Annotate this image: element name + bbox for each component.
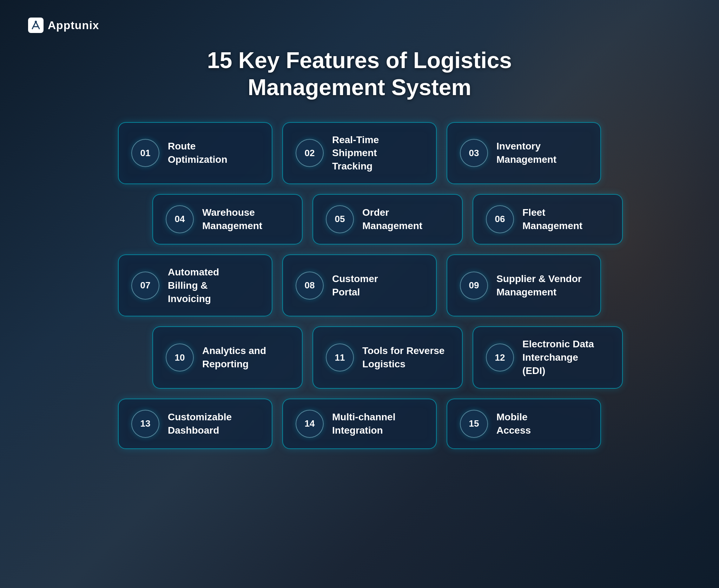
feature-number-11: 11	[326, 343, 354, 372]
feature-number-13: 13	[131, 410, 159, 438]
feature-number-02: 02	[296, 139, 324, 167]
feature-number-04: 04	[166, 205, 194, 233]
page-title: 15 Key Features of Logistics Management …	[28, 47, 691, 101]
feature-card-06: 06FleetManagement	[473, 194, 623, 245]
feature-label-07: AutomatedBilling &Invoicing	[168, 266, 219, 305]
feature-number-10: 10	[166, 343, 194, 372]
feature-number-15: 15	[460, 410, 488, 438]
feature-label-11: Tools for ReverseLogistics	[362, 344, 444, 371]
feature-row-1: 01RouteOptimization02Real-TimeShipmentTr…	[96, 122, 623, 184]
feature-row-4: 10Analytics andReporting11Tools for Reve…	[96, 326, 623, 388]
feature-label-02: Real-TimeShipmentTracking	[332, 133, 379, 173]
brand-name: Apptunix	[48, 19, 99, 32]
feature-label-10: Analytics andReporting	[202, 344, 266, 371]
features-grid: 01RouteOptimization02Real-TimeShipmentTr…	[96, 122, 623, 449]
feature-card-01: 01RouteOptimization	[118, 122, 272, 184]
feature-card-05: 05OrderManagement	[312, 194, 463, 245]
feature-card-08: 08CustomerPortal	[282, 254, 437, 316]
feature-row-3: 07AutomatedBilling &Invoicing08CustomerP…	[96, 254, 623, 316]
feature-card-13: 13CustomizableDashboard	[118, 399, 272, 449]
feature-label-08: CustomerPortal	[332, 272, 378, 299]
feature-row-5: 13CustomizableDashboard14Multi-channelIn…	[96, 399, 623, 449]
feature-row-2: 04WarehouseManagement05OrderManagement06…	[96, 194, 623, 245]
feature-number-05: 05	[326, 205, 354, 233]
feature-number-09: 09	[460, 272, 488, 300]
feature-number-07: 07	[131, 272, 159, 300]
feature-number-14: 14	[296, 410, 324, 438]
feature-number-03: 03	[460, 139, 488, 167]
logo-icon	[28, 18, 44, 33]
feature-card-12: 12Electronic DataInterchange(EDI)	[473, 326, 623, 388]
feature-card-11: 11Tools for ReverseLogistics	[312, 326, 463, 388]
feature-label-14: Multi-channelIntegration	[332, 410, 395, 437]
feature-label-13: CustomizableDashboard	[168, 410, 232, 437]
feature-card-14: 14Multi-channelIntegration	[282, 399, 437, 449]
feature-label-04: WarehouseManagement	[202, 206, 262, 233]
feature-card-09: 09Supplier & VendorManagement	[447, 254, 601, 316]
feature-label-03: InventoryManagement	[496, 140, 556, 166]
main-content: Apptunix 15 Key Features of Logistics Ma…	[0, 0, 719, 467]
feature-card-10: 10Analytics andReporting	[152, 326, 303, 388]
feature-label-15: MobileAccess	[496, 410, 531, 437]
feature-label-05: OrderManagement	[362, 206, 422, 233]
feature-label-09: Supplier & VendorManagement	[496, 272, 582, 299]
feature-card-07: 07AutomatedBilling &Invoicing	[118, 254, 272, 316]
svg-point-0	[35, 21, 37, 23]
feature-card-15: 15MobileAccess	[447, 399, 601, 449]
feature-label-06: FleetManagement	[522, 206, 582, 233]
feature-label-12: Electronic DataInterchange(EDI)	[522, 338, 594, 377]
feature-card-04: 04WarehouseManagement	[152, 194, 303, 245]
feature-label-01: RouteOptimization	[168, 140, 227, 166]
feature-card-03: 03InventoryManagement	[447, 122, 601, 184]
feature-card-02: 02Real-TimeShipmentTracking	[282, 122, 437, 184]
feature-number-01: 01	[131, 139, 159, 167]
logo: Apptunix	[28, 18, 691, 33]
feature-number-08: 08	[296, 272, 324, 300]
feature-number-06: 06	[486, 205, 514, 233]
feature-number-12: 12	[486, 343, 514, 372]
